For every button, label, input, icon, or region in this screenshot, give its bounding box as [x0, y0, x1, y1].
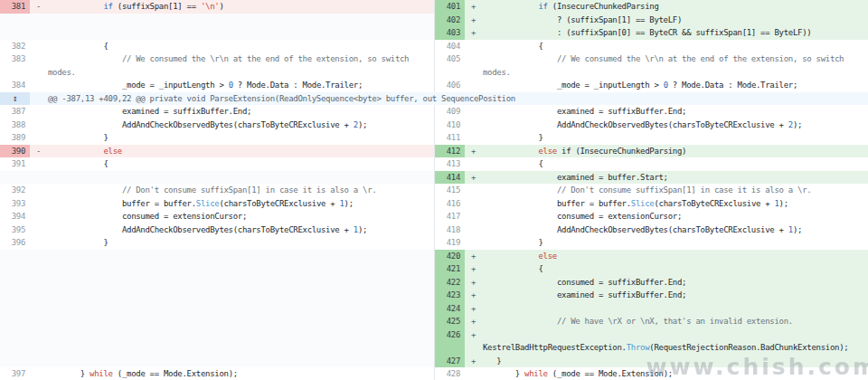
new-line-half: 414+ examined = buffer.Start;	[434, 171, 868, 185]
line-number[interactable]: 422	[435, 276, 465, 290]
line-number[interactable]: 388	[0, 119, 30, 132]
code-segment: // We consumed the \r\n at the end of th…	[483, 54, 844, 77]
line-number[interactable]: 382	[0, 40, 30, 53]
code-segment: {	[48, 159, 108, 168]
code-segment: }	[483, 133, 543, 142]
code-segment: );	[779, 199, 788, 208]
new-line-half: 406 _mode = _inputLength > 0 ? Mode.Data…	[434, 79, 868, 92]
diff-row: 426+ KestrelBadHttpRequestException.Thro…	[0, 328, 868, 355]
line-marker	[30, 52, 48, 79]
line-marker	[465, 184, 483, 197]
line-number[interactable]: 390	[0, 145, 30, 158]
code-segment: if	[538, 2, 547, 11]
line-number[interactable]: 424	[435, 302, 465, 316]
line-number[interactable]: 426	[435, 328, 465, 355]
line-number[interactable]: 387	[0, 105, 30, 119]
old-line-half: 394 consumed = extensionCursor;	[0, 210, 434, 223]
line-number[interactable]: 397	[0, 367, 30, 380]
diff-row: 381- if (suffixSpan[1] == '\n')401+ if (…	[0, 0, 868, 14]
diff-row: 422+ consumed = suffixBuffer.End;	[0, 276, 868, 290]
line-number[interactable]: 415	[435, 184, 465, 197]
line-number[interactable]: 383	[0, 52, 30, 79]
code-text: buffer = buffer.Slice(charsToByteCRExclu…	[48, 197, 434, 211]
line-number[interactable]: 389	[0, 131, 30, 145]
line-number[interactable]: 384	[0, 79, 30, 92]
code-text: }	[483, 355, 868, 368]
line-number[interactable]: 394	[0, 210, 30, 223]
code-segment: else	[538, 252, 556, 261]
new-line-half: 409 examined = suffixBuffer.End;	[434, 105, 868, 119]
line-number[interactable]: 413	[435, 157, 465, 171]
old-line-half	[0, 276, 434, 290]
line-number[interactable]: 392	[0, 184, 30, 197]
expand-diff-icon[interactable]: ↕	[12, 92, 17, 106]
diff-row: 389 }411 }	[0, 131, 868, 145]
code-segment	[48, 147, 103, 156]
new-line-half: 404 {	[434, 40, 868, 53]
code-text: _mode = _inputLength > 0 ? Mode.Data : M…	[483, 79, 868, 92]
diff-row: 420+ else	[0, 250, 868, 263]
line-number[interactable]: 418	[435, 223, 465, 237]
code-segment: buffer = buffer.	[48, 199, 196, 208]
added-marker: +	[465, 355, 483, 368]
line-number[interactable]: 403	[435, 26, 465, 40]
line-number[interactable]: 406	[435, 79, 465, 92]
line-marker	[465, 52, 483, 79]
line-number[interactable]: 428	[435, 367, 465, 380]
diff-row: 395 AddAndCheckObservedBytes(charsToByte…	[0, 223, 868, 237]
code-text: {	[48, 157, 434, 171]
line-number[interactable]: 410	[435, 119, 465, 132]
code-segment	[48, 2, 103, 11]
diff-row: 391 {413 {	[0, 157, 868, 171]
line-number[interactable]: 417	[435, 210, 465, 223]
line-marker	[30, 236, 48, 250]
new-line-half: 421+ {	[434, 262, 868, 276]
code-segment: (_mode == Mode.Extension);	[548, 369, 673, 378]
line-number[interactable]: 420	[435, 250, 465, 263]
line-number[interactable]: 416	[435, 197, 465, 211]
code-text: buffer = buffer.Slice(charsToByteCRExclu…	[483, 197, 868, 211]
line-number[interactable]: 393	[0, 197, 30, 211]
line-number[interactable]: 425	[435, 315, 465, 328]
added-marker: +	[465, 26, 483, 40]
new-line-half: 426+ KestrelBadHttpRequestException.Thro…	[434, 328, 868, 355]
line-number[interactable]: 421	[435, 262, 465, 276]
new-line-half: 420+ else	[434, 250, 868, 263]
line-number[interactable]: 423	[435, 289, 465, 302]
line-number[interactable]: 404	[435, 40, 465, 53]
old-line-half: 390- else	[0, 145, 434, 158]
code-segment: if (InsecureChunkedParsing)	[557, 147, 686, 156]
line-number[interactable]: 401	[435, 0, 465, 14]
line-marker	[465, 119, 483, 132]
line-number[interactable]: 405	[435, 52, 465, 79]
line-number[interactable]: 381	[0, 0, 30, 14]
line-number[interactable]: 402	[435, 14, 465, 27]
line-number[interactable]: 427	[435, 355, 465, 368]
code-segment: else	[103, 147, 121, 156]
old-line-half	[0, 289, 434, 302]
line-number[interactable]: 414	[435, 171, 465, 185]
code-text: KestrelBadHttpRequestException.Throw(Req…	[483, 328, 868, 355]
line-number[interactable]: 419	[435, 236, 465, 250]
diff-row: 403+ : (suffixSpan[0] == ByteCR && suffi…	[0, 26, 868, 40]
code-text: : (suffixSpan[0] == ByteCR && suffixSpan…	[483, 26, 868, 40]
code-segment: _mode = _inputLength >	[483, 81, 664, 90]
diff-row: 396 }419 }	[0, 236, 868, 250]
new-line-half: 423+ examined = suffixBuffer.End;	[434, 289, 868, 302]
old-line-half	[0, 355, 434, 368]
line-number[interactable]: 396	[0, 236, 30, 250]
line-number[interactable]: 409	[435, 105, 465, 119]
line-number[interactable]: 411	[435, 131, 465, 145]
code-segment: (charsToByteCRExclusive +	[654, 199, 774, 208]
line-number[interactable]: 395	[0, 223, 30, 237]
line-number[interactable]: 391	[0, 157, 30, 171]
code-segment: ? Mode.Data : Mode.Trailer;	[233, 81, 363, 90]
old-line-half	[0, 171, 434, 185]
new-line-half: 422+ consumed = suffixBuffer.End;	[434, 276, 868, 290]
diff-row: 425+ // We have \rX or \nX, that's an in…	[0, 315, 868, 328]
diff-row: 421+ {	[0, 262, 868, 276]
code-segment: );	[358, 120, 367, 129]
line-number[interactable]: 412	[435, 145, 465, 158]
hunk-gutter: ↕	[0, 92, 30, 106]
code-text: {	[483, 262, 868, 276]
